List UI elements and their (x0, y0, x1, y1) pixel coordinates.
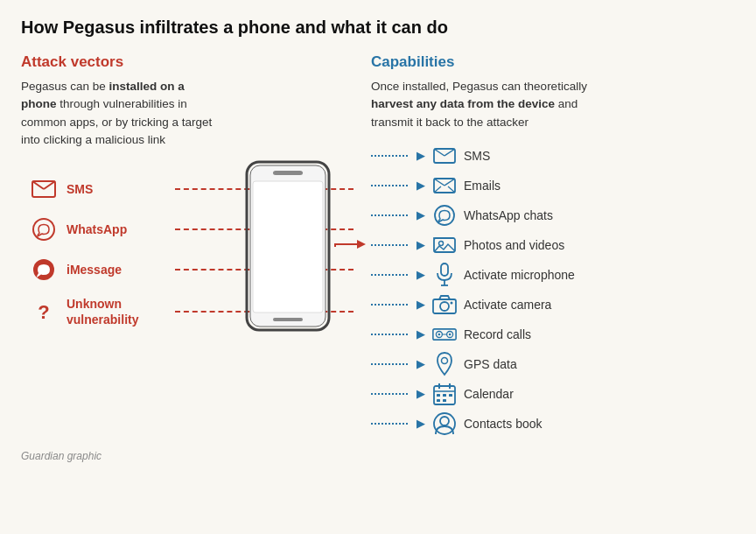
cap-cam-arrow: ▶ (416, 298, 425, 311)
cap-emails-label: Emails (464, 179, 500, 193)
svg-text:?: ? (38, 301, 49, 323)
svg-rect-24 (434, 238, 455, 252)
cap-item-sms: ▶ SMS (371, 144, 735, 168)
cap-calendar-dashed (371, 393, 408, 395)
svg-line-21 (434, 186, 441, 193)
cap-photos-icon (432, 233, 457, 257)
cap-calls-arrow: ▶ (416, 327, 425, 341)
cap-calls-dashed (371, 334, 408, 335)
svg-rect-27 (441, 263, 448, 276)
cap-gps-label: GPS data (464, 357, 517, 371)
svg-rect-8 (273, 171, 303, 175)
svg-point-36 (438, 333, 441, 335)
cap-gps-dashed (371, 363, 408, 365)
footer: Guardian graphic (21, 450, 735, 462)
svg-rect-45 (443, 394, 446, 397)
svg-point-31 (440, 302, 449, 311)
cap-emails-dashed (371, 185, 408, 186)
cap-photos-arrow: ▶ (416, 238, 425, 251)
attack-vectors-title: Attack vectors (21, 53, 354, 71)
cap-cam-dashed (371, 304, 408, 306)
svg-line-20 (444, 179, 455, 186)
imessage-label: iMessage (66, 263, 163, 277)
cap-calendar-icon (432, 382, 457, 406)
cap-sms-dashed (371, 155, 408, 157)
svg-rect-46 (449, 394, 452, 397)
cap-calendar-label: Calendar (464, 387, 514, 401)
cap-contacts-label: Contacts book (464, 417, 542, 431)
unknown-label: Unknownvulnerability (66, 296, 163, 327)
page-title: How Pegasus infiltrates a phone and what… (21, 18, 735, 38)
cap-item-gps: ▶ GPS data (371, 352, 735, 376)
svg-line-16 (434, 149, 444, 156)
svg-point-3 (33, 219, 54, 240)
cap-item-calls: ▶ Record calls (371, 322, 735, 347)
main-layout: Attack vectors Pegasus can be installed … (21, 53, 735, 436)
cap-item-whatsapp: ▶ WhatsApp chats (371, 203, 735, 228)
cap-sms-arrow: ▶ (416, 149, 425, 162)
capabilities-title: Capabilities (371, 53, 735, 71)
svg-line-22 (448, 186, 455, 193)
cap-contacts-dashed (371, 423, 408, 425)
svg-rect-9 (253, 181, 323, 313)
cap-item-emails: ▶ Emails (371, 173, 735, 198)
svg-line-17 (444, 149, 455, 156)
cap-photos-label: Photos and videos (464, 238, 564, 252)
cap-whatsapp-arrow: ▶ (416, 208, 425, 221)
cap-camera-icon (432, 292, 457, 317)
cap-calendar-arrow: ▶ (416, 387, 425, 400)
cap-gps-icon (432, 352, 457, 376)
cap-calls-label: Record calls (464, 327, 531, 341)
cap-photos-dashed (371, 244, 408, 246)
cap-item-camera: ▶ Activate camera (371, 292, 735, 317)
svg-rect-47 (437, 399, 440, 402)
cap-emails-arrow: ▶ (416, 179, 425, 192)
cap-item-microphone: ▶ Activate microphone (371, 263, 735, 287)
cap-mic-dashed (371, 274, 408, 276)
cap-item-contacts: ▶ Contacts book (371, 411, 735, 436)
left-panel: Attack vectors Pegasus can be installed … (21, 53, 354, 436)
svg-point-37 (449, 333, 452, 335)
svg-rect-44 (437, 394, 440, 397)
cap-gps-arrow: ▶ (416, 357, 425, 370)
cap-contacts-icon (432, 411, 457, 436)
cap-item-photos: ▶ Photos and videos (371, 233, 735, 257)
svg-line-2 (44, 181, 55, 189)
cap-item-calendar: ▶ Calendar (371, 382, 735, 406)
phone-illustration (240, 158, 336, 334)
whatsapp-label: WhatsApp (66, 222, 163, 236)
cap-sms-icon (432, 144, 457, 168)
svg-line-19 (434, 179, 444, 186)
svg-point-49 (440, 417, 449, 425)
cap-whatsapp-dashed (371, 214, 408, 216)
whatsapp-icon (30, 215, 58, 243)
cap-mic-arrow: ▶ (416, 268, 425, 281)
sms-icon (30, 175, 58, 203)
svg-line-1 (32, 181, 44, 189)
capabilities-body: Once installed, Pegasus can theoreticall… (371, 78, 598, 131)
imessage-icon (30, 256, 58, 284)
svg-point-39 (442, 357, 448, 363)
svg-rect-10 (273, 318, 303, 321)
right-panel: Capabilities Once installed, Pegasus can… (354, 53, 735, 436)
cap-cam-label: Activate camera (464, 298, 551, 312)
cap-contacts-arrow: ▶ (416, 417, 425, 430)
svg-point-25 (439, 241, 444, 245)
question-icon: ? (30, 298, 58, 326)
svg-rect-48 (443, 399, 446, 402)
cap-emails-icon (432, 173, 457, 198)
cap-sms-label: SMS (464, 149, 490, 163)
cap-calls-icon (432, 322, 457, 347)
sms-label: SMS (66, 182, 163, 196)
cap-whatsapp-label: WhatsApp chats (464, 208, 553, 222)
cap-mic-label: Activate microphone (464, 268, 575, 282)
cap-whatsapp-icon (432, 203, 457, 228)
cap-list: ▶ SMS ▶ (371, 144, 735, 436)
svg-point-32 (451, 301, 453, 304)
attack-vectors-body: Pegasus can be installed on a phone thro… (21, 78, 214, 149)
cap-mic-icon (432, 263, 457, 287)
svg-marker-14 (357, 240, 366, 249)
